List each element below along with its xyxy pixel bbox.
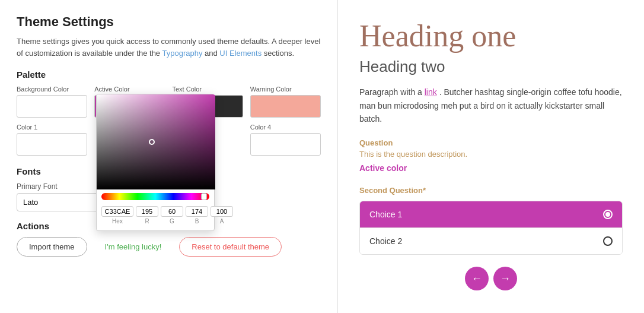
g-label: G: [170, 218, 174, 225]
import-theme-button[interactable]: Import theme: [17, 237, 87, 257]
color-picker-hue[interactable]: [101, 193, 209, 200]
hex-input-group: C33CAE Hex: [101, 206, 133, 225]
g-input[interactable]: 60: [161, 206, 183, 217]
page-description: Theme settings gives you quick access to…: [17, 36, 321, 59]
hex-input[interactable]: C33CAE: [101, 206, 133, 217]
color-swatch-color4[interactable]: [250, 133, 321, 156]
color-label-active: Active Color: [94, 86, 165, 93]
choice-1-label: Choice 1: [369, 210, 402, 219]
nav-buttons: ← →: [359, 267, 623, 290]
color-item-color4: Color 4: [250, 124, 321, 156]
page-title: Theme Settings: [17, 14, 321, 30]
color-label-color4: Color 4: [250, 124, 321, 131]
desc-text-2: and: [205, 49, 219, 58]
color-label-warning: Warning Color: [250, 86, 321, 93]
r-label: R: [145, 218, 149, 225]
typography-link[interactable]: Typography: [162, 49, 202, 58]
color-item-color1: Color 1: [17, 124, 87, 156]
color-picker-inputs: C33CAE Hex 195 R 60 G 174 B 100 A: [97, 203, 214, 225]
color-picker-hue-thumb: [201, 193, 207, 200]
preview-paragraph: Paragraph with a link . Butcher hashtag …: [359, 86, 623, 125]
color-picker-gradient[interactable]: [97, 94, 215, 189]
color-item-background: Background Color: [17, 86, 87, 118]
actions-buttons: Import theme I'm feeling lucky! Reset to…: [17, 237, 321, 257]
g-input-group: 60 G: [161, 206, 183, 225]
active-color-link[interactable]: Active color: [359, 163, 623, 173]
question-desc: This is the question description.: [359, 150, 623, 159]
color-swatch-background[interactable]: [17, 95, 87, 118]
color-label-color1: Color 1: [17, 124, 87, 131]
preview-heading-two: Heading two: [359, 58, 623, 76]
b-label: B: [195, 218, 199, 225]
color-label-text: Text Color: [173, 86, 243, 93]
b-input-group: 174 B: [186, 206, 208, 225]
second-question-label: Second Question*: [359, 186, 623, 195]
para-text-1: Paragraph with a: [359, 87, 425, 97]
feeling-lucky-button[interactable]: I'm feeling lucky!: [93, 238, 174, 256]
hex-label: Hex: [112, 218, 123, 225]
choice-2-label: Choice 2: [369, 236, 402, 246]
choice-2-radio: [603, 236, 613, 246]
preview-heading-one: Heading one: [359, 19, 623, 53]
r-input-group: 195 R: [136, 206, 158, 225]
left-panel: Theme Settings Theme settings gives you …: [0, 0, 338, 313]
a-input[interactable]: 100: [211, 206, 233, 217]
choice-1-radio: [603, 210, 613, 219]
choice-1-item[interactable]: Choice 1: [360, 201, 622, 227]
question-label: Question: [359, 138, 623, 147]
para-link[interactable]: link: [425, 87, 437, 97]
color-label-background: Background Color: [17, 86, 87, 93]
color-picker-popup: C33CAE Hex 195 R 60 G 174 B 100 A: [96, 94, 215, 231]
ui-elements-link[interactable]: UI Elements: [219, 49, 262, 58]
r-input[interactable]: 195: [136, 206, 158, 217]
nav-prev-button[interactable]: ←: [465, 267, 489, 290]
color-swatch-color1[interactable]: [17, 133, 87, 156]
color-swatch-warning[interactable]: [250, 95, 321, 118]
right-panel: Heading one Heading two Paragraph with a…: [338, 0, 644, 313]
nav-next-button[interactable]: →: [493, 267, 517, 290]
color-picker-circle[interactable]: [149, 139, 155, 145]
palette-section-title: Palette: [17, 69, 321, 80]
b-input[interactable]: 174: [186, 206, 208, 217]
reset-theme-button[interactable]: Reset to default theme: [179, 237, 282, 257]
a-input-group: 100 A: [211, 206, 233, 225]
choices-list: Choice 1 Choice 2: [359, 201, 623, 255]
a-label: A: [220, 218, 224, 225]
color-item-warning: Warning Color: [250, 86, 321, 118]
choice-2-item[interactable]: Choice 2: [360, 227, 622, 254]
desc-text-3: sections.: [264, 49, 294, 58]
